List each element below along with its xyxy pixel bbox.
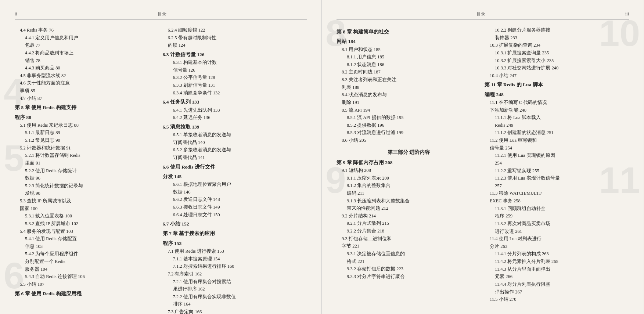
toc-line: 257 bbox=[485, 182, 629, 190]
toc-line: 8.6 小结 205 bbox=[337, 137, 481, 144]
toc-line: 包裹 77 bbox=[15, 41, 159, 49]
toc-line: 9.2 分片结构 214 bbox=[337, 212, 481, 220]
toc-line: 里面 91 bbox=[15, 159, 159, 167]
toc-line: 9.1.3 长压缩列表和大整数集合 bbox=[337, 197, 481, 205]
toc-line: 5.4 服务的发现与配置 103 bbox=[15, 228, 159, 235]
toc-line: 元素 266 bbox=[485, 273, 629, 281]
toc-line: 11.2 使用 Lua 重写锁和 bbox=[485, 137, 629, 144]
toc-line: 9.2.1 分片式散列 215 bbox=[337, 220, 481, 227]
toc-line: 果进行排序 162 bbox=[163, 285, 307, 293]
toc-line: 9.3.1 决定被存储位置信息的 bbox=[337, 250, 481, 258]
toc-line: 列表 188 bbox=[337, 84, 481, 91]
toc-line: 5.3.1 载入位置表格 100 bbox=[15, 212, 159, 220]
toc-line: 进行改进 261 bbox=[485, 228, 629, 235]
toc-line: 格式 221 bbox=[337, 258, 481, 266]
toc-line: 11.4.4 对分片列表执行阻塞 bbox=[485, 281, 629, 288]
toc-line: 11.3.1 回顾群组自动补全 bbox=[485, 205, 629, 213]
toc-line: 排序 164 bbox=[163, 300, 307, 308]
toc-line: 5.4.2 为每个应用程序组件 bbox=[15, 250, 159, 258]
right-page-title: 目录 bbox=[476, 11, 485, 17]
toc-line: 4.4.1 定义用户信息和用户 bbox=[15, 34, 159, 42]
toc-line: EXEC 事务 258 bbox=[485, 197, 629, 205]
toc-line: 分别配置一个 Redis bbox=[15, 258, 159, 266]
toc-line: 的锁 124 bbox=[163, 41, 307, 49]
toc-line: 8.1 用户和状态 185 bbox=[337, 46, 481, 54]
toc-line: 7.1.1 基本搜索原理 154 bbox=[163, 255, 307, 263]
toc-line: 11.2.1 使用 Lua 实现锁的原因 bbox=[485, 152, 629, 159]
toc-line: 分片 263 bbox=[485, 243, 629, 250]
toc-line: 5.5 小结 107 bbox=[15, 281, 159, 288]
toc-line: 11.4.1 分片列表的构成 263 bbox=[485, 250, 629, 258]
toc-line: 11.2.3 使用 Lua 实现计数信号量 bbox=[485, 174, 629, 182]
toc-line: 5.1.2 常见日志 90 bbox=[15, 137, 159, 144]
toc-line: 数据 146 bbox=[163, 188, 307, 196]
toc-line: 5.1 使用 Redis 来记录日志 88 bbox=[15, 122, 159, 129]
toc-line: 第 5 章 使用 Redis 构建支持 bbox=[15, 104, 159, 112]
toc-line: 9.1.2 集合的整数集合 bbox=[337, 182, 481, 190]
toc-line: 6.5 消息拉取 139 bbox=[163, 123, 307, 131]
toc-line: 11.1.2 创建新的状态消息 251 bbox=[485, 129, 629, 137]
left-col2: 6.2.4 细粒度锁 1226.2.5 带有超时限制特性 的锁 1246.3 计… bbox=[163, 26, 307, 314]
toc-line: 7.3 广告定向 166 bbox=[163, 308, 307, 314]
toc-line: 删除 191 bbox=[337, 99, 481, 107]
toc-line: 5.3 查找 IP 所属城市以及 bbox=[15, 197, 159, 205]
toc-line: 第 11 章 Redis 的 Lua 脚本 bbox=[485, 81, 629, 89]
toc-line: 9.3.2 存储打包后的数据 223 bbox=[337, 265, 481, 273]
toc-line: 8.5.2 提供数据 196 bbox=[337, 122, 481, 129]
toc-line: 6.3 计数信号量 126 bbox=[163, 51, 307, 59]
toc-line: 5.3.2 查找 IP 所属城市 102 bbox=[15, 220, 159, 228]
right-page: 8 9 10 11 目录 iii 第 8 章 构建简单的社交 网站 1848.1… bbox=[322, 0, 644, 314]
toc-line: 装饰器 233 bbox=[485, 34, 629, 42]
toc-line: 6.3.1 构建基本的计数 bbox=[163, 59, 307, 66]
toc-line: 第三部分 进阶内容 bbox=[337, 148, 481, 156]
toc-line: 11.1 在不编写 C 代码的情况 bbox=[485, 99, 629, 107]
toc-line: 6.6.1 根据地理位置聚合用户 bbox=[163, 181, 307, 188]
toc-line: 6.2.4 细粒度锁 122 bbox=[163, 26, 307, 34]
toc-line: 分发 145 bbox=[163, 173, 307, 181]
toc-line: 9.1.1 压缩列表示 209 bbox=[337, 174, 481, 182]
toc-line: 10.3 扩展复杂的查询 234 bbox=[485, 41, 629, 49]
right-col2: 10.2.2 创建分片服务器连接 装饰器 23310.3 扩展复杂的查询 234… bbox=[485, 26, 629, 303]
toc-line: 9.2.2 分片集合 218 bbox=[337, 227, 481, 235]
toc-line: 11.3 移除 WATCH/MULTI/ bbox=[485, 190, 629, 197]
toc-line: 4.6 关于性能方面的注意 bbox=[15, 79, 159, 87]
toc-line: 程序 88 bbox=[15, 113, 159, 122]
right-page-header: 目录 iii bbox=[337, 11, 629, 20]
toc-line: 6.4 任务队列 133 bbox=[163, 98, 307, 106]
left-page: 4 5 6 ii 目录 4.4 Redis 事务 764.4.1 定义用户信息和… bbox=[0, 0, 322, 314]
toc-line: 9.1 短结构 208 bbox=[337, 167, 481, 174]
toc-line: 带来的性能问题 212 bbox=[337, 205, 481, 212]
toc-line: 下添加新功能 248 bbox=[485, 107, 629, 114]
toc-line: 11.4 使用 Lua 对列表进行 bbox=[485, 235, 629, 243]
toc-line: 7.1.2 对搜索结果进行排序 160 bbox=[163, 263, 307, 270]
toc-line: 7.2.2 使用有序集合实现非数值 bbox=[163, 293, 307, 301]
left-col1: 4.4 Redis 事务 764.4.1 定义用户信息和用户 包裹 774.4.… bbox=[15, 26, 163, 314]
toc-line: 销售 78 bbox=[15, 57, 159, 65]
toc-line: 5.2.3 简化统计数据的记录与 bbox=[15, 182, 159, 190]
toc-line: 8.3 关注者列表和正在关注 bbox=[337, 76, 481, 84]
toc-line: 6.6 使用 Redis 进行文件 bbox=[163, 163, 307, 171]
toc-line: 7.2 有序索引 162 bbox=[163, 270, 307, 278]
toc-line: 9.3.3 对分片字符串进行聚合 bbox=[337, 273, 481, 281]
right-toc-content: 第 8 章 构建简单的社交 网站 1848.1 用户和状态 1858.1.1 用… bbox=[337, 26, 629, 303]
left-page-title: 目录 bbox=[158, 11, 166, 17]
toc-line: 10.3.2 扩展搜索索引大小 235 bbox=[485, 57, 629, 65]
toc-line: 6.6.3 接收日志文件 149 bbox=[163, 203, 307, 211]
toc-line: 6.3.2 公平信号量 128 bbox=[163, 74, 307, 82]
toc-line: 第 7 章 基于搜索的应用 bbox=[163, 230, 307, 238]
toc-line: 4.5 非事务型流水线 82 bbox=[15, 72, 159, 80]
toc-line: 6.3.3 刷新信号量 131 bbox=[163, 82, 307, 89]
toc-line: 5.1.1 最新日志 89 bbox=[15, 129, 159, 137]
toc-line: 11.4.3 从分片里面里面弹出 bbox=[485, 266, 629, 273]
toc-line: 11.2.2 重写锁实现 255 bbox=[485, 167, 629, 175]
toc-line: 11.5 小结 270 bbox=[485, 296, 629, 303]
toc-line: 4.4.2 将商品放到市场上 bbox=[15, 49, 159, 57]
toc-line: 9.3 打包存储二进制位和 bbox=[337, 235, 481, 243]
toc-line: 6.7 小结 152 bbox=[163, 220, 307, 228]
toc-line: 订阅替代品 140 bbox=[163, 139, 307, 147]
toc-line: 编码 211 bbox=[337, 190, 481, 197]
toc-line: 5.4.1 使用 Redis 存储配置 bbox=[15, 235, 159, 243]
toc-line: 11.3.2 再次对商品买卖市场 bbox=[485, 220, 629, 228]
toc-line: 信号量 126 bbox=[163, 66, 307, 74]
toc-line: 6.5.1 单接收者消息的发送与 bbox=[163, 131, 307, 139]
